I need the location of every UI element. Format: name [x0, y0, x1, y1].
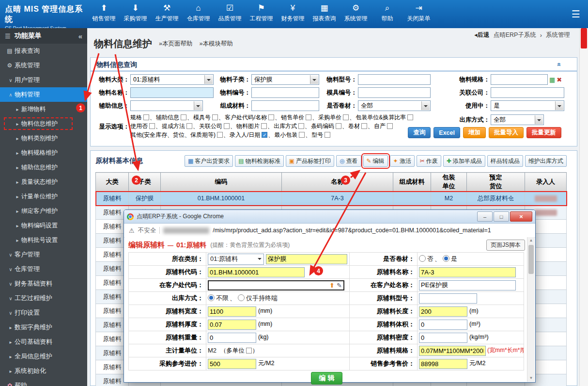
- sidebar-item-warehouse[interactable]: ∨仓库管理: [0, 262, 87, 276]
- display-option[interactable]: 条码编码: [311, 123, 348, 129]
- view-button[interactable]: ◎查看: [336, 155, 361, 167]
- display-option[interactable]: 录入人/日期: [230, 131, 274, 138]
- checkbox[interactable]: [336, 123, 341, 129]
- label-print-button[interactable]: ▣产品标签打印: [286, 155, 334, 167]
- sidebar-item-users[interactable]: ∨用户管理: [0, 73, 87, 87]
- sidebar-item-company-base[interactable]: ▸公司基础资料: [0, 335, 87, 349]
- material-name-input[interactable]: [130, 87, 214, 98]
- sidebar-item-global-info[interactable]: ▸全局信息维护: [0, 349, 87, 364]
- menu-toggle-icon[interactable]: ☰: [572, 8, 580, 20]
- display-option[interactable]: 型号: [311, 131, 330, 138]
- minimize-button[interactable]: –: [477, 211, 493, 222]
- volume-input[interactable]: [419, 320, 467, 330]
- sidebar-item-system-init[interactable]: ▸系统初始化: [0, 364, 87, 378]
- excel-button[interactable]: Excel: [433, 127, 460, 138]
- page-js-button[interactable]: 页面JS脚本: [486, 240, 525, 251]
- checkbox[interactable]: [212, 114, 218, 120]
- sidebar-item-help[interactable]: ✿帮助: [0, 378, 87, 386]
- sample-to-product-button[interactable]: 样品转成品: [487, 155, 523, 167]
- checkbox[interactable]: [217, 132, 223, 138]
- spec-input[interactable]: [419, 346, 486, 356]
- clear-icon[interactable]: ✖: [557, 76, 562, 83]
- checkbox-checked[interactable]: [262, 132, 267, 138]
- panel-collapse-icon[interactable]: «: [556, 63, 563, 66]
- sidebar-item-material-spec[interactable]: ▸物料规格维护: [0, 145, 87, 160]
- outbound-unlimited-option[interactable]: 不限: [208, 294, 237, 302]
- table-row-selected[interactable]: 原辅料保护膜01.BHM.10000017A-3M2总部原材料仓: [96, 192, 567, 206]
- sidebar-item-quality-status[interactable]: ▸质量状态维护: [0, 175, 87, 189]
- popup-scrollbar-thumb[interactable]: [528, 245, 534, 274]
- display-option[interactable]: 提成方法: [162, 123, 199, 129]
- maximize-button[interactable]: □: [494, 211, 509, 222]
- popup-titlebar[interactable]: 点晴ERP子系统 - Google Chrome – □ ×: [124, 210, 535, 224]
- display-option[interactable]: 关联公司: [199, 123, 236, 129]
- display-option[interactable]: 使用否: [130, 123, 162, 129]
- inuse-select[interactable]: 是: [491, 100, 564, 111]
- radio-icon[interactable]: [238, 294, 245, 301]
- customer-shipping-req-button[interactable]: ▦客户出货要求: [185, 155, 233, 167]
- weight-input[interactable]: [208, 333, 256, 343]
- sidebar-item-bind-customer[interactable]: ▸绑定客户维护: [0, 204, 87, 218]
- checkbox[interactable]: [387, 123, 393, 129]
- multi-unit-checkbox[interactable]: [246, 348, 252, 354]
- subcategory-input[interactable]: [266, 254, 347, 264]
- checkbox[interactable]: [224, 123, 230, 129]
- page-help-link[interactable]: »本页面帮助: [159, 40, 192, 48]
- density-input[interactable]: [419, 333, 467, 343]
- sidebar-item-material-code[interactable]: ▸物料编码设置: [0, 218, 87, 233]
- customer-name-input[interactable]: [419, 280, 516, 290]
- sidebar-item-unit[interactable]: ▸计量单位维护: [0, 189, 87, 204]
- display-option[interactable]: 销售单价: [281, 114, 318, 121]
- inspection-standard-button[interactable]: ▤物料检测标准: [235, 155, 283, 167]
- display-option[interactable]: 规格: [130, 114, 156, 121]
- checkbox[interactable]: [261, 123, 267, 129]
- radio-checked-icon[interactable]: [208, 294, 215, 301]
- purchase-price-input[interactable]: [208, 359, 256, 369]
- radio-icon[interactable]: [419, 255, 426, 262]
- breadcrumb-system[interactable]: 系统管理: [546, 31, 570, 39]
- compose-input[interactable]: [251, 100, 319, 111]
- menu-warehouse[interactable]: ⌂仓库管理: [183, 0, 214, 28]
- popup-scrollbar[interactable]: ▲ ▼: [527, 237, 535, 382]
- sidebar-item-dictionary[interactable]: ▸数据字典维护: [0, 320, 87, 335]
- display-option[interactable]: 包装单位&换算比率: [356, 114, 413, 121]
- edit-button[interactable]: ✎编辑: [363, 155, 388, 167]
- display-option[interactable]: 模具号: [193, 114, 225, 121]
- material-model-input[interactable]: [419, 293, 477, 304]
- batch-update-button[interactable]: 批量更新: [526, 127, 561, 138]
- sidebar-item-batch-no[interactable]: ▸物料批号设置: [0, 233, 87, 247]
- breadcrumb-erp[interactable]: 点晴ERP子系统: [494, 31, 536, 39]
- edit-icon[interactable]: ✎: [337, 282, 342, 289]
- void-button[interactable]: ✂作废: [417, 155, 441, 167]
- sidebar-item-material-category[interactable]: ▸物料类别维护: [0, 131, 87, 145]
- material-code-input[interactable]: [251, 87, 319, 98]
- length-input[interactable]: [419, 306, 467, 317]
- sidebar-item-process[interactable]: ∨工艺过程维护: [0, 291, 87, 306]
- checkbox[interactable]: [407, 114, 413, 120]
- company-input[interactable]: [491, 87, 564, 98]
- model-input[interactable]: [358, 74, 431, 85]
- radio-checked-icon[interactable]: [443, 255, 449, 262]
- search-button[interactable]: 查询: [408, 127, 431, 138]
- checkbox[interactable]: [143, 114, 149, 120]
- display-option[interactable]: 最小包装: [274, 131, 311, 138]
- subcategory-select[interactable]: 保护膜: [251, 74, 319, 85]
- page-scrollbar[interactable]: [579, 28, 588, 386]
- category-select[interactable]: 01:原辅料: [130, 74, 214, 85]
- material-code-input[interactable]: [208, 267, 305, 277]
- add-semi-product-button[interactable]: ✚添加半成品: [443, 155, 485, 167]
- menu-production[interactable]: ⚒生产管理: [151, 0, 183, 28]
- upload-icon[interactable]: ⬆: [329, 282, 335, 289]
- coiled-select[interactable]: 全部: [358, 100, 431, 111]
- display-option[interactable]: 客户处代码/名称: [225, 114, 281, 121]
- material-name-input[interactable]: [419, 267, 516, 277]
- spec-input[interactable]: [491, 74, 548, 85]
- back-link[interactable]: ◂后退: [474, 31, 489, 39]
- checkbox[interactable]: [149, 123, 155, 129]
- sidebar-collapse-icon[interactable]: «: [78, 32, 82, 40]
- sidebar-item-print-settings[interactable]: ∨打印设置: [0, 306, 87, 320]
- display-option[interactable]: 自产: [374, 123, 393, 129]
- menu-help[interactable]: ⌕帮助: [371, 0, 403, 28]
- display-option[interactable]: 物料图片: [236, 123, 274, 129]
- sidebar-item-new-material[interactable]: ▸新增物料: [0, 102, 87, 116]
